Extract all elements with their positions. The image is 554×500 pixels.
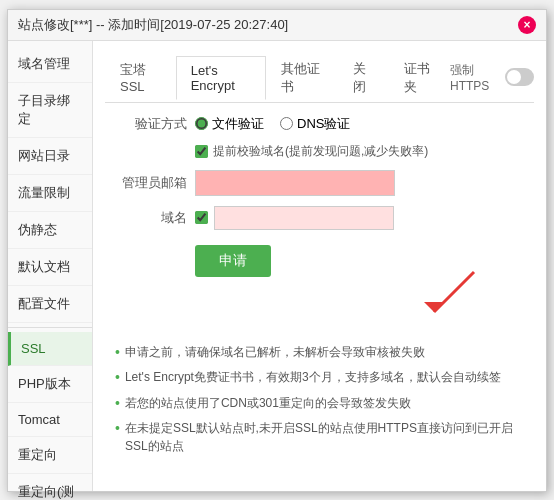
tip-1: • 申请之前，请确保域名已解析，未解析会导致审核被失败 [115, 343, 534, 363]
sidebar-item-site-log[interactable]: 网站日录 [8, 138, 92, 175]
verify-method-row: 验证方式 文件验证 DNS验证 [105, 115, 534, 133]
sidebar: 域名管理 子目录绑定 网站日录 流量限制 伪静态 默认文档 配置文件 SSL [8, 41, 93, 491]
sidebar-item-pseudo-static[interactable]: 伪静态 [8, 212, 92, 249]
domain-input-redacted[interactable] [214, 206, 394, 230]
bullet-1: • [115, 343, 120, 363]
file-verify-radio[interactable] [195, 117, 208, 130]
sidebar-item-default-doc[interactable]: 默认文档 [8, 249, 92, 286]
email-input-redacted[interactable] [195, 170, 395, 196]
tab-lets-encrypt[interactable]: Let's Encrypt [176, 56, 266, 100]
verify-method-label: 验证方式 [105, 115, 195, 133]
sidebar-item-php-version[interactable]: PHP版本 [8, 366, 92, 403]
https-toggle-label: 强制HTTPS [450, 62, 500, 93]
dialog-title-text: 站点修改[***] -- 添加时间[2019-07-25 20:27:40] [18, 16, 288, 34]
tips-section: • 申请之前，请确保域名已解析，未解析会导致审核被失败 • Let's Encr… [115, 343, 534, 456]
domain-label: 域名 [105, 209, 195, 227]
tip-2: • Let's Encrypt免费证书书，有效期3个月，支持多域名，默认会自动续… [115, 368, 534, 388]
tip-4: • 在未提定SSL默认站点时,未开启SSL的站点使用HTTPS直接访问到已开启S… [115, 419, 534, 455]
tip-3: • 若您的站点使用了CDN或301重定向的会导致签发失败 [115, 394, 534, 414]
dialog-body: 域名管理 子目录绑定 网站日录 流量限制 伪静态 默认文档 配置文件 SSL [8, 41, 546, 491]
domain-row: 域名 [105, 206, 534, 230]
sidebar-divider [8, 327, 92, 328]
dialog-title-bar: 站点修改[***] -- 添加时间[2019-07-25 20:27:40] × [8, 10, 546, 41]
sidebar-item-redirect[interactable]: 重定向 [8, 437, 92, 474]
tab-other-cert[interactable]: 其他证书 [266, 53, 338, 103]
sidebar-item-subdir-bind[interactable]: 子目录绑定 [8, 83, 92, 138]
https-toggle-switch[interactable] [505, 68, 534, 86]
tab-baota-ssl[interactable]: 宝塔SSL [105, 54, 176, 101]
domain-input-wrap [195, 206, 394, 230]
sidebar-item-tomcat[interactable]: Tomcat [8, 403, 92, 437]
sidebar-item-ssl[interactable]: SSL [8, 332, 92, 366]
dns-verify-option[interactable]: DNS验证 [280, 115, 350, 133]
https-toggle-group: 强制HTTPS [450, 62, 534, 93]
pre-check-checkbox[interactable] [195, 145, 208, 158]
dns-verify-label: DNS验证 [297, 115, 350, 133]
red-arrow-icon [414, 267, 494, 327]
sidebar-item-flow-limit[interactable]: 流量限制 [8, 175, 92, 212]
bullet-3: • [115, 394, 120, 414]
main-content: 宝塔SSL Let's Encrypt 其他证书 关闭 证书夹 强制HTTPS [93, 41, 546, 491]
sidebar-item-redirect-test[interactable]: 重定向(测试版) [8, 474, 92, 501]
tab-bar: 宝塔SSL Let's Encrypt 其他证书 关闭 证书夹 强制HTTPS [105, 53, 534, 103]
tab-close[interactable]: 关闭 [338, 53, 389, 103]
verify-radio-group: 文件验证 DNS验证 [195, 115, 350, 133]
sidebar-item-config-file[interactable]: 配置文件 [8, 286, 92, 323]
dns-verify-radio[interactable] [280, 117, 293, 130]
bullet-2: • [115, 368, 120, 388]
email-row: 管理员邮箱 [105, 170, 534, 196]
email-label: 管理员邮箱 [105, 174, 195, 192]
apply-button[interactable]: 申请 [195, 245, 271, 277]
sidebar-item-domain-mgmt[interactable]: 域名管理 [8, 46, 92, 83]
pre-check-label: 提前校验域名(提前发现问题,减少失败率) [213, 143, 428, 160]
pre-check-row: 提前校验域名(提前发现问题,减少失败率) [195, 143, 534, 160]
bullet-4: • [115, 419, 120, 439]
close-button[interactable]: × [518, 16, 536, 34]
toggle-knob [507, 70, 521, 84]
file-verify-option[interactable]: 文件验证 [195, 115, 264, 133]
tab-cert-store[interactable]: 证书夹 [389, 53, 450, 103]
main-dialog: 站点修改[***] -- 添加时间[2019-07-25 20:27:40] ×… [7, 9, 547, 492]
domain-checkbox[interactable] [195, 211, 208, 224]
file-verify-label: 文件验证 [212, 115, 264, 133]
arrow-indicator [105, 267, 534, 327]
